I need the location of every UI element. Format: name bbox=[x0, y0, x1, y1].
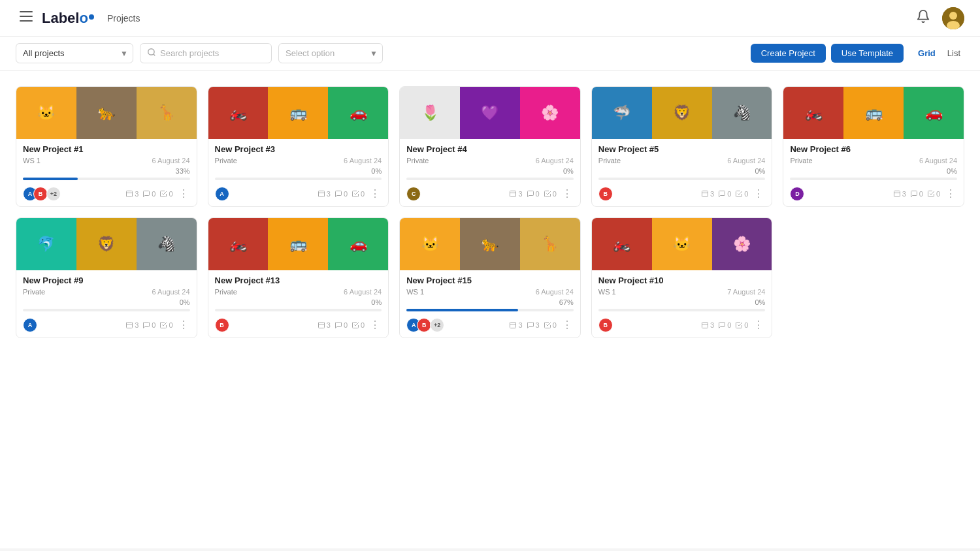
card-footer: A300⋮ bbox=[23, 315, 190, 334]
card-body-3: New Project #3Private6 August 240%A300⋮ bbox=[208, 139, 389, 206]
card-footer: B300⋮ bbox=[598, 315, 766, 334]
card-avatars: A bbox=[215, 187, 225, 201]
stat-tasks: 0 bbox=[735, 190, 748, 198]
project-card-4[interactable]: 🌷💜🌸New Project #4Private6 August 240%C30… bbox=[399, 86, 581, 207]
card-progress-bar-fill bbox=[23, 178, 78, 180]
card-progress-pct: 67% bbox=[559, 298, 574, 306]
search-input[interactable] bbox=[160, 48, 265, 58]
logo-blue: o bbox=[79, 10, 88, 27]
card-more-button[interactable]: ⋮ bbox=[561, 320, 574, 330]
card-workspace: WS 1 bbox=[406, 288, 424, 296]
stat-tasks: 0 bbox=[159, 321, 172, 329]
card-more-button[interactable]: ⋮ bbox=[561, 189, 574, 199]
stat-files: 3 bbox=[125, 321, 139, 329]
list-view-button[interactable]: List bbox=[943, 46, 964, 61]
create-project-button[interactable]: Create Project bbox=[751, 44, 826, 63]
stat-files: 3 bbox=[701, 190, 714, 198]
logo[interactable]: Labelo bbox=[42, 10, 94, 27]
stat-comments: 0 bbox=[718, 190, 731, 198]
card-workspace: Private bbox=[23, 288, 45, 296]
avatar: A bbox=[23, 318, 37, 332]
card-stats: 300⋮ bbox=[701, 189, 765, 199]
card-avatars: B bbox=[598, 318, 609, 332]
card-title: New Project #13 bbox=[215, 276, 382, 285]
card-date: 7 August 24 bbox=[727, 288, 765, 296]
grid-view-button[interactable]: Grid bbox=[914, 46, 939, 61]
card-image-giraffe: 🦒 bbox=[520, 218, 580, 270]
card-more-button[interactable]: ⋮ bbox=[944, 189, 957, 199]
search-icon bbox=[147, 48, 156, 59]
card-stats: 300⋮ bbox=[893, 189, 957, 199]
card-avatars: AB+2 bbox=[406, 318, 444, 332]
card-image-bus: 🚌 bbox=[268, 218, 328, 270]
card-images-9: 🐬🦁🦓 bbox=[16, 218, 197, 270]
notification-button[interactable] bbox=[912, 5, 934, 31]
avatar: B bbox=[598, 187, 613, 201]
card-progress-bar-wrap bbox=[23, 309, 190, 311]
project-card-3[interactable]: 🏍️🚌🚗New Project #3Private6 August 240%A3… bbox=[208, 86, 389, 207]
card-avatars: B bbox=[598, 187, 609, 201]
filter-select-wrapper: Select option Date Name Status ▼ bbox=[278, 43, 383, 63]
card-footer: C300⋮ bbox=[406, 184, 574, 202]
card-more-button[interactable]: ⋮ bbox=[752, 320, 765, 330]
card-meta: Private6 August 24 bbox=[23, 288, 190, 296]
avatar: B bbox=[417, 318, 431, 332]
header-right bbox=[912, 5, 964, 31]
svg-rect-8 bbox=[127, 191, 133, 197]
card-progress-row: 67% bbox=[406, 298, 574, 306]
card-workspace: WS 1 bbox=[23, 157, 41, 165]
card-avatars: C bbox=[406, 187, 417, 201]
projects-grid: 🐱🐆🦒New Project #1WS 16 August 2433%AB+23… bbox=[16, 86, 964, 338]
svg-rect-1 bbox=[20, 16, 33, 17]
project-card-6[interactable]: 🏍️🚌🚗New Project #6Private6 August 240%D3… bbox=[783, 86, 964, 207]
workspace-select[interactable]: All projects Workspace 1 Workspace 2 bbox=[16, 43, 133, 63]
stat-tasks: 0 bbox=[351, 190, 365, 198]
card-date: 6 August 24 bbox=[344, 157, 382, 165]
card-meta: Private6 August 24 bbox=[215, 157, 382, 165]
card-stats: 300⋮ bbox=[318, 189, 382, 199]
hamburger-menu-button[interactable] bbox=[16, 7, 37, 29]
project-card-13[interactable]: 🏍️🚌🚗New Project #13Private6 August 240%B… bbox=[208, 217, 389, 338]
card-meta: WS 16 August 24 bbox=[23, 157, 190, 165]
card-image-lion: 🦁 bbox=[76, 218, 137, 270]
card-body-1: New Project #1WS 16 August 2433%AB+2300⋮ bbox=[16, 139, 197, 206]
stat-tasks: 0 bbox=[544, 190, 557, 198]
card-more-button[interactable]: ⋮ bbox=[368, 320, 382, 330]
card-more-button[interactable]: ⋮ bbox=[177, 320, 190, 330]
project-card-5[interactable]: 🦈🦁🦓New Project #5Private6 August 240%B30… bbox=[591, 86, 773, 207]
project-card-15[interactable]: 🐱🐆🦒New Project #15WS 16 August 2467%AB+2… bbox=[399, 217, 581, 338]
card-workspace: Private bbox=[215, 157, 237, 165]
card-progress-pct: 33% bbox=[176, 167, 190, 175]
card-body-5: New Project #5Private6 August 240%B300⋮ bbox=[592, 139, 772, 206]
project-card-10[interactable]: 🏍️🐱🌸New Project #10WS 17 August 240%B300… bbox=[591, 217, 773, 338]
card-date: 6 August 24 bbox=[536, 157, 574, 165]
card-more-button[interactable]: ⋮ bbox=[368, 189, 382, 199]
card-meta: Private6 August 24 bbox=[215, 288, 382, 296]
card-footer: D300⋮ bbox=[790, 184, 957, 202]
svg-rect-12 bbox=[510, 191, 516, 197]
card-body-15: New Project #15WS 16 August 2467%AB+2330… bbox=[400, 270, 580, 338]
card-image-thistle: 🌸 bbox=[712, 218, 772, 270]
card-body-4: New Project #4Private6 August 240%C300⋮ bbox=[400, 139, 580, 206]
card-body-6: New Project #6Private6 August 240%D300⋮ bbox=[783, 139, 964, 206]
project-card-1[interactable]: 🐱🐆🦒New Project #1WS 16 August 2433%AB+23… bbox=[16, 86, 197, 207]
use-template-button[interactable]: Use Template bbox=[831, 44, 904, 63]
card-more-button[interactable]: ⋮ bbox=[752, 189, 765, 199]
card-progress-row: 0% bbox=[23, 298, 190, 306]
project-card-9[interactable]: 🐬🦁🦓New Project #9Private6 August 240%A30… bbox=[16, 217, 197, 338]
svg-rect-16 bbox=[894, 191, 900, 197]
filter-select[interactable]: Select option Date Name Status bbox=[278, 43, 383, 63]
stat-tasks: 0 bbox=[927, 190, 940, 198]
card-stats: 330⋮ bbox=[509, 320, 573, 330]
svg-rect-22 bbox=[510, 323, 516, 328]
user-avatar[interactable] bbox=[942, 7, 964, 29]
card-image-car: 🚗 bbox=[328, 87, 388, 139]
card-image-zebra: 🦓 bbox=[137, 218, 197, 270]
card-progress-pct: 0% bbox=[755, 298, 765, 306]
svg-rect-2 bbox=[20, 20, 33, 22]
card-body-10: New Project #10WS 17 August 240%B300⋮ bbox=[592, 270, 772, 338]
card-progress-bar-wrap bbox=[406, 309, 574, 311]
card-more-button[interactable]: ⋮ bbox=[177, 189, 190, 199]
card-stats: 300⋮ bbox=[125, 189, 189, 199]
stat-comments: 0 bbox=[142, 190, 155, 198]
